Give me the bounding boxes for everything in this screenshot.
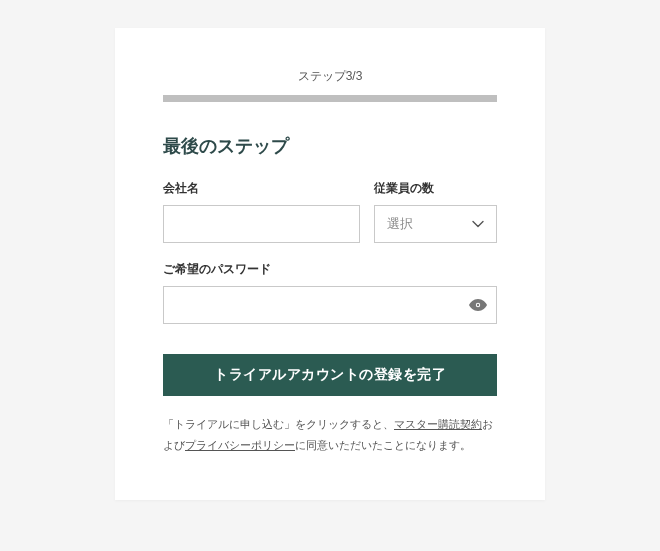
company-label: 会社名 <box>163 180 360 197</box>
company-field: 会社名 <box>163 180 360 243</box>
signup-card: ステップ3/3 最後のステップ 会社名 従業員の数 選択 ご希望のパスワード <box>115 28 545 500</box>
eye-icon[interactable] <box>469 299 487 311</box>
submit-button[interactable]: トライアルアカウントの登録を完了 <box>163 354 497 396</box>
password-label: ご希望のパスワード <box>163 261 497 278</box>
legal-prefix: 「トライアルに申し込む」をクリックすると、 <box>163 418 394 430</box>
legal-text: 「トライアルに申し込む」をクリックすると、マスター購読契約およびプライバシーポリ… <box>163 414 497 456</box>
chevron-down-icon <box>472 220 484 228</box>
progress-bar <box>163 95 497 102</box>
employees-field: 従業員の数 選択 <box>374 180 497 243</box>
step-indicator: ステップ3/3 <box>163 68 497 85</box>
privacy-link[interactable]: プライバシーポリシー <box>185 439 295 451</box>
employees-placeholder: 選択 <box>387 215 413 233</box>
company-input[interactable] <box>163 205 360 243</box>
field-row: 会社名 従業員の数 選択 <box>163 180 497 243</box>
legal-suffix: に同意いただいたことになります。 <box>295 439 471 451</box>
employees-label: 従業員の数 <box>374 180 497 197</box>
password-input-wrap <box>163 286 497 324</box>
msa-link[interactable]: マスター購読契約 <box>394 418 482 430</box>
svg-point-1 <box>477 304 479 306</box>
employees-select[interactable]: 選択 <box>374 205 497 243</box>
page-title: 最後のステップ <box>163 134 497 158</box>
password-input[interactable] <box>163 286 497 324</box>
password-field: ご希望のパスワード <box>163 261 497 324</box>
